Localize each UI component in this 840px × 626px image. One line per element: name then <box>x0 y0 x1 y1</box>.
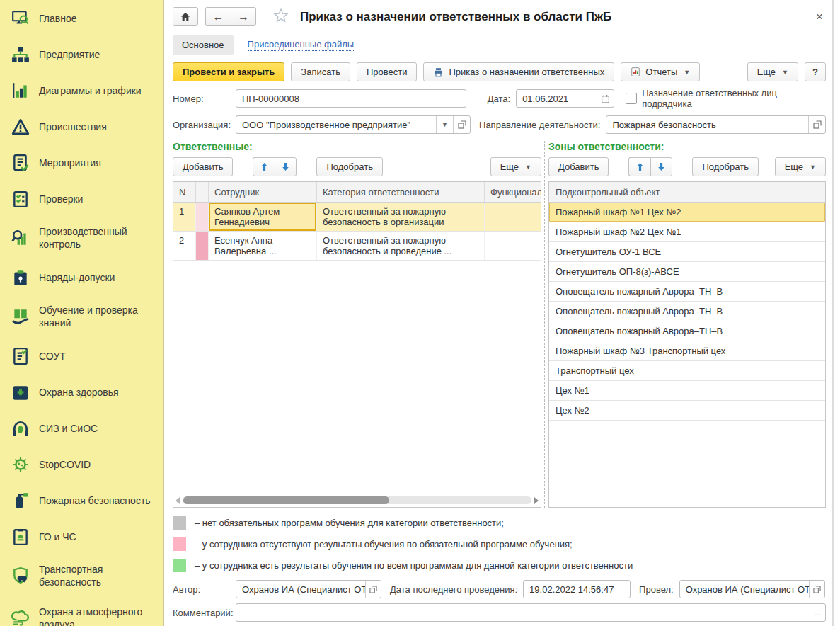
sidebar-item-work-permits[interactable]: Наряды-допуски <box>0 259 163 295</box>
sidebar-item-civil-defense[interactable]: ГО и ЧС <box>0 518 163 554</box>
sidebar-item-label: СИЗ и СиОС <box>39 422 98 435</box>
sidebar-item-sout[interactable]: СОУТ <box>0 338 163 374</box>
column-header-indicator[interactable] <box>196 182 209 202</box>
tab-attached-files[interactable]: Присоединенные файлы <box>248 39 355 51</box>
last-posted-label: Дата последнего проведения: <box>390 584 517 595</box>
responsible-more-button[interactable]: Еще ▼ <box>490 157 541 176</box>
sidebar-item-main[interactable]: Главное <box>0 0 163 36</box>
category-cell[interactable]: Ответственный за пожарную безопасность и… <box>317 232 485 260</box>
list-item[interactable]: Оповещатель пожарный Аврора–ТН–В <box>549 302 825 321</box>
zones-move-up-button[interactable] <box>628 157 650 176</box>
last-posted-field[interactable]: 19.02.2022 14:56:47 <box>523 580 631 598</box>
sidebar-item-production-control[interactable]: Производственный контроль <box>0 217 163 259</box>
home-icon <box>180 11 191 22</box>
zones-move-down-button[interactable] <box>650 157 672 176</box>
post-and-close-button[interactable]: Провести и закрыть <box>173 62 284 81</box>
date-input[interactable]: 01.06.2021 <box>516 89 614 108</box>
pane-splitter[interactable] <box>544 141 545 508</box>
responsible-move-up-button[interactable] <box>253 157 275 176</box>
sidebar-item-stopcovid[interactable]: StopCOVID <box>0 446 163 482</box>
sidebar-item-ppe[interactable]: СИЗ и СиОС <box>0 410 163 446</box>
sidebar-item-air-protection[interactable]: Охрана атмосферного воздуха <box>0 597 163 626</box>
sidebar-item-enterprise[interactable]: Предприятие <box>0 36 163 72</box>
column-header-controlled-object[interactable]: Подконтрольный объект <box>549 182 825 203</box>
favorite-star-icon[interactable] <box>273 8 289 25</box>
list-item[interactable]: Огнетушитель ОП-8(з)-АВСЕ <box>549 262 825 282</box>
comment-more-button[interactable]: ... <box>810 604 825 621</box>
list-item[interactable]: Пожарный шкаф №1 Цех №2 <box>549 203 825 222</box>
column-header-n[interactable]: N <box>173 182 196 202</box>
sidebar-item-transport-safety[interactable]: Транспортная безопасность <box>0 554 163 597</box>
list-item[interactable]: Оповещатель пожарный Аврора–ТН–В <box>549 321 825 341</box>
scrollbar-thumb[interactable] <box>183 496 389 504</box>
column-header-category[interactable]: Категория ответственности <box>317 182 485 202</box>
responsible-add-button[interactable]: Добавить <box>173 157 233 176</box>
column-header-employee[interactable]: Сотрудник <box>209 182 317 202</box>
zones-section-title: Зоны ответственности: <box>548 141 826 152</box>
scroll-left-icon[interactable] <box>176 497 180 504</box>
sidebar-item-label: Предприятие <box>39 48 100 61</box>
sidebar-item-label: Происшествия <box>39 120 107 133</box>
forward-button[interactable]: → <box>231 7 256 26</box>
table-row[interactable]: 2 Есенчук Анна Валерьевна ... Ответствен… <box>173 232 541 261</box>
open-link-icon[interactable] <box>365 581 381 598</box>
list-item[interactable]: Цех №1 <box>549 381 825 401</box>
open-link-icon[interactable] <box>808 116 825 133</box>
close-icon[interactable]: × <box>813 11 826 23</box>
sidebar-item-fire-safety[interactable]: Пожарная безопасность <box>0 482 163 518</box>
sidebar-item-activities[interactable]: Мероприятия <box>0 144 163 181</box>
organization-combo[interactable]: ООО "Производственное предприятие" ▼ <box>236 115 471 134</box>
zones-add-button[interactable]: Добавить <box>548 157 609 176</box>
zones-pick-button[interactable]: Подобрать <box>692 157 758 176</box>
post-button[interactable]: Провести <box>357 62 418 81</box>
employee-cell[interactable]: Саянков Артем Геннадиевич <box>209 203 317 231</box>
list-item[interactable]: Цех №2 <box>549 401 825 421</box>
home-button[interactable] <box>173 7 198 26</box>
employee-cell[interactable]: Есенчук Анна Валерьевна ... <box>209 232 317 260</box>
tab-main[interactable]: Основное <box>173 35 234 55</box>
write-button[interactable]: Записать <box>291 62 350 81</box>
functional-cell[interactable] <box>485 203 541 231</box>
category-cell[interactable]: Ответственный за пожарную безопасность в… <box>317 203 485 231</box>
author-field[interactable]: Охранов ИА (Специалист ОТ) <box>236 580 381 598</box>
civil-defense-icon <box>11 527 30 546</box>
list-item[interactable]: Оповещатель пожарный Аврора–ТН–В <box>549 282 825 302</box>
sidebar-item-charts[interactable]: Диаграммы и графики <box>0 72 163 108</box>
chevron-down-icon[interactable]: ▼ <box>436 116 453 133</box>
responsible-pick-button[interactable]: Подобрать <box>316 157 382 176</box>
more-button[interactable]: Еще ▼ <box>747 62 798 81</box>
number-input[interactable]: ПП-00000008 <box>236 89 466 108</box>
functional-cell[interactable] <box>485 232 541 260</box>
posted-by-field[interactable]: Охранов ИА (Специалист ОТ) <box>679 580 825 598</box>
horizontal-scrollbar[interactable] <box>176 496 539 505</box>
list-item[interactable]: Пожарный шкаф №2 Цех №1 <box>549 222 825 242</box>
column-header-functional[interactable]: Функционал <box>485 182 541 202</box>
zones-more-button[interactable]: Еще ▼ <box>775 157 826 176</box>
help-button[interactable]: ? <box>805 62 826 81</box>
open-link-icon[interactable] <box>453 116 470 133</box>
scroll-right-icon[interactable] <box>534 497 539 504</box>
print-order-button[interactable]: Приказ о назначении ответственных <box>423 62 614 81</box>
open-link-icon[interactable] <box>809 581 824 598</box>
contractor-checkbox[interactable] <box>626 93 637 104</box>
list-item[interactable]: Транспортный цех <box>549 361 825 381</box>
responsible-move-down-button[interactable] <box>275 157 297 176</box>
sidebar-item-label: Главное <box>39 12 77 25</box>
reports-button[interactable]: Отчеты ▼ <box>621 62 700 81</box>
table-row[interactable]: 1 Саянков Артем Геннадиевич Ответственны… <box>173 203 541 232</box>
back-button[interactable]: ← <box>205 7 231 26</box>
list-item[interactable]: Огнетушитель ОУ-1 ВСЕ <box>549 242 825 262</box>
sidebar-item-health[interactable]: Охрана здоровья <box>0 374 163 410</box>
list-item[interactable]: Пожарный шкаф №3 Транспортный цех <box>549 341 825 361</box>
sidebar-item-inspections[interactable]: Проверки <box>0 181 163 217</box>
date-label: Дата: <box>488 93 510 104</box>
sidebar-item-training[interactable]: Обучение и проверка знаний <box>0 295 163 338</box>
legend-text: – у сотрудника есть результаты обучения … <box>195 560 633 571</box>
comment-input[interactable]: ... <box>236 603 826 622</box>
activity-input[interactable]: Пожарная безопасность <box>606 115 826 134</box>
sidebar-item-label: Диаграммы и графики <box>39 84 142 97</box>
sidebar-item-label: ГО и ЧС <box>39 530 76 543</box>
training-legend: – нет обязательных программ обучения для… <box>173 516 826 572</box>
calendar-icon[interactable] <box>597 90 614 107</box>
sidebar-item-incidents[interactable]: Происшествия <box>0 108 163 144</box>
